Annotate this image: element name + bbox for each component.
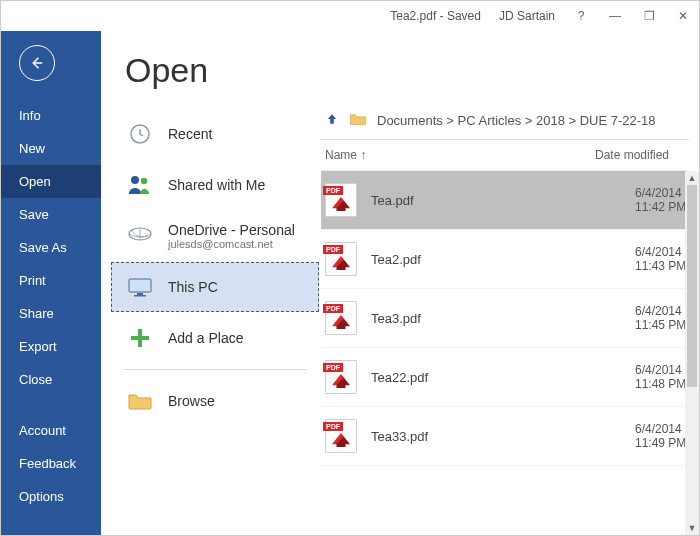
backstage-sidebar: Info New Open Save Save As Print Share E… (1, 31, 101, 535)
location-browse[interactable]: Browse (111, 376, 319, 426)
folder-icon (126, 387, 154, 415)
location-label: This PC (168, 279, 218, 295)
nav-feedback[interactable]: Feedback (1, 447, 101, 480)
svg-point-1 (131, 176, 139, 184)
file-name: Tea2.pdf (371, 252, 621, 267)
location-onedrive[interactable]: OneDrive - Personal julesds@comcast.net (111, 211, 319, 261)
scroll-down-icon[interactable]: ▼ (685, 521, 699, 535)
file-row[interactable]: Tea2.pdf6/4/2014 11:43 PM (321, 230, 689, 289)
pdf-icon (325, 419, 357, 453)
pdf-icon (325, 360, 357, 394)
help-button[interactable]: ? (573, 9, 589, 23)
up-one-level-button[interactable] (325, 112, 339, 129)
locations-list: Recent Shared with Me OneDrive - Persona… (101, 108, 321, 535)
file-date: 6/4/2014 11:48 PM (635, 363, 689, 391)
nav-info[interactable]: Info (1, 99, 101, 132)
back-arrow-icon (28, 54, 46, 72)
breadcrumb-path[interactable]: Documents > PC Articles > 2018 > DUE 7-2… (377, 113, 656, 128)
file-date: 6/4/2014 11:45 PM (635, 304, 689, 332)
column-name[interactable]: Name ↑ (325, 148, 595, 162)
sort-asc-icon: ↑ (360, 148, 366, 162)
location-label: Shared with Me (168, 177, 265, 193)
pdf-icon (325, 242, 357, 276)
location-recent[interactable]: Recent (111, 109, 319, 159)
nav-share[interactable]: Share (1, 297, 101, 330)
user-name[interactable]: JD Sartain (499, 9, 555, 23)
clock-icon (126, 120, 154, 148)
titlebar: Tea2.pdf - Saved JD Sartain ? — ❐ ✕ (1, 1, 699, 31)
svg-rect-6 (134, 295, 146, 297)
svg-point-2 (141, 178, 147, 184)
separator (123, 369, 307, 370)
svg-rect-8 (131, 336, 149, 340)
page-title: Open (101, 31, 699, 108)
svg-rect-5 (137, 293, 143, 295)
file-row[interactable]: Tea33.pdf6/4/2014 11:49 PM (321, 407, 689, 466)
location-shared[interactable]: Shared with Me (111, 160, 319, 210)
file-row[interactable]: Tea3.pdf6/4/2014 11:45 PM (321, 289, 689, 348)
file-date: 6/4/2014 11:42 PM (635, 186, 689, 214)
nav-new[interactable]: New (1, 132, 101, 165)
content-area: Open Recent Shared with Me OneDrive - Pe… (101, 31, 699, 535)
location-label: Recent (168, 126, 212, 142)
file-date: 6/4/2014 11:43 PM (635, 245, 689, 273)
file-name: Tea3.pdf (371, 311, 621, 326)
breadcrumb: Documents > PC Articles > 2018 > DUE 7-2… (321, 108, 689, 140)
file-browser: Documents > PC Articles > 2018 > DUE 7-2… (321, 108, 699, 535)
scroll-track[interactable] (685, 185, 699, 521)
nav-close[interactable]: Close (1, 363, 101, 396)
plus-icon (126, 324, 154, 352)
nav-print[interactable]: Print (1, 264, 101, 297)
location-sublabel: julesds@comcast.net (168, 238, 295, 250)
close-button[interactable]: ✕ (675, 9, 691, 23)
pdf-icon (325, 301, 357, 335)
file-name: Tea33.pdf (371, 429, 621, 444)
column-date[interactable]: Date modified (595, 148, 689, 162)
scroll-thumb[interactable] (687, 185, 697, 387)
nav-account[interactable]: Account (1, 414, 101, 447)
scroll-up-icon[interactable]: ▲ (685, 171, 699, 185)
back-button[interactable] (19, 45, 55, 81)
file-row[interactable]: Tea.pdf6/4/2014 11:42 PM (321, 171, 689, 230)
minimize-button[interactable]: — (607, 9, 623, 23)
file-row[interactable]: Tea22.pdf6/4/2014 11:48 PM (321, 348, 689, 407)
scrollbar[interactable]: ▲ ▼ (685, 171, 699, 535)
onedrive-icon (126, 222, 154, 250)
nav-open[interactable]: Open (1, 165, 101, 198)
file-name: Tea.pdf (371, 193, 621, 208)
people-icon (126, 171, 154, 199)
location-thispc[interactable]: This PC (111, 262, 319, 312)
monitor-icon (126, 273, 154, 301)
folder-small-icon (349, 112, 367, 129)
nav-export[interactable]: Export (1, 330, 101, 363)
nav-save-as[interactable]: Save As (1, 231, 101, 264)
file-list-header: Name ↑ Date modified (321, 140, 689, 171)
file-date: 6/4/2014 11:49 PM (635, 422, 689, 450)
file-list: Tea.pdf6/4/2014 11:42 PMTea2.pdf6/4/2014… (321, 171, 699, 535)
location-label: Browse (168, 393, 215, 409)
restore-button[interactable]: ❐ (641, 9, 657, 23)
file-name: Tea22.pdf (371, 370, 621, 385)
pdf-icon (325, 183, 357, 217)
nav-save[interactable]: Save (1, 198, 101, 231)
nav-options[interactable]: Options (1, 480, 101, 513)
window-title: Tea2.pdf - Saved (390, 9, 481, 23)
location-label: Add a Place (168, 330, 244, 346)
location-label: OneDrive - Personal (168, 222, 295, 238)
svg-rect-4 (129, 279, 151, 292)
location-addplace[interactable]: Add a Place (111, 313, 319, 363)
